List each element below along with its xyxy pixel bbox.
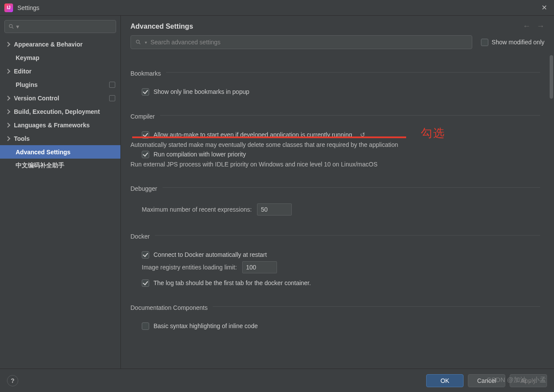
history-arrows: ← →	[523, 22, 544, 31]
section-docker: Docker	[130, 233, 150, 240]
option-label: Run compilation with lower priority	[154, 151, 246, 158]
field-label: Image registry entities loading limit:	[142, 264, 237, 271]
sidebar-item-tools[interactable]: Tools	[0, 132, 120, 145]
section-debugger: Debugger	[130, 185, 157, 192]
sidebar-item-label: Appearance & Behavior	[14, 41, 83, 48]
sidebar-item-label: Build, Execution, Deployment	[14, 108, 100, 115]
advanced-search[interactable]: ▾	[130, 35, 472, 49]
ok-button[interactable]: OK	[426, 374, 464, 387]
button-label: Apply	[521, 377, 536, 384]
window-title: Settings	[17, 4, 40, 11]
opt-show-only-line-bookmarks[interactable]: Show only line bookmarks in popup	[142, 88, 540, 96]
back-icon[interactable]: ←	[523, 22, 531, 31]
annotation-underline	[132, 136, 406, 138]
sidebar-item-plugins[interactable]: Plugins	[0, 78, 120, 91]
section-compiler: Compiler	[130, 113, 155, 120]
option-label: The log tab should be the first tab for …	[154, 279, 311, 286]
sidebar-item-languages[interactable]: Languages & Frameworks	[0, 118, 120, 132]
sidebar-item-label: Plugins	[16, 81, 38, 88]
cancel-button[interactable]: Cancel	[468, 374, 505, 387]
annotation-text: 勾选	[421, 126, 445, 141]
sidebar-item-label: 中文编码补全助手	[16, 162, 64, 169]
forward-icon[interactable]: →	[537, 22, 544, 31]
show-modified-only-label: Show modified only	[492, 39, 544, 46]
sidebar-search[interactable]: ▾	[4, 20, 116, 33]
field-value: 50	[261, 206, 268, 213]
opt-max-recent-expressions: Maximum number of recent expressions: 50	[142, 203, 540, 216]
svg-line-1	[12, 27, 13, 29]
help-button[interactable]: ?	[7, 375, 18, 386]
opt-docker-registry-limit: Image registry entities loading limit: 1…	[142, 261, 540, 273]
search-icon	[135, 39, 141, 45]
checkbox-icon[interactable]	[481, 39, 488, 46]
content-pane: Advanced Settings ← → ▾ Show modified on…	[121, 16, 554, 369]
scrollbar[interactable]	[550, 55, 553, 99]
footer: ? OK Cancel Apply	[0, 369, 554, 392]
opt-docker-log-first[interactable]: The log tab should be the first tab for …	[142, 279, 540, 287]
max-expressions-input[interactable]: 50	[257, 203, 292, 216]
project-tag-icon	[109, 95, 115, 101]
section-doc-components: Documentation Components	[130, 304, 207, 311]
sidebar: ▾ Appearance & Behavior Keymap Editor Pl…	[0, 16, 121, 369]
button-label: OK	[441, 377, 449, 384]
page-title: Advanced Settings	[130, 23, 193, 30]
sidebar-item-cjk-helper[interactable]: 中文编码补全助手	[0, 159, 120, 172]
svg-point-2	[136, 40, 139, 43]
svg-line-3	[139, 43, 140, 44]
sidebar-item-label: Tools	[14, 135, 30, 142]
title-bar: IJ Settings ✕	[0, 0, 554, 16]
sidebar-item-label: Advanced Settings	[16, 149, 70, 156]
option-label: Basic syntax highlighting of inline code	[154, 322, 258, 329]
field-label: Maximum number of recent expressions:	[142, 206, 252, 213]
advanced-search-input[interactable]	[150, 39, 467, 46]
app-icon: IJ	[4, 3, 13, 12]
opt-lower-priority[interactable]: Run compilation with lower priority	[142, 151, 540, 158]
checkbox-icon[interactable]	[142, 151, 149, 158]
option-label: Show only line bookmarks in popup	[154, 88, 249, 95]
section-bookmarks: Bookmarks	[130, 70, 161, 77]
checkbox-icon[interactable]	[142, 251, 149, 259]
sidebar-nav: Appearance & Behavior Keymap Editor Plug…	[0, 37, 120, 172]
svg-point-0	[9, 24, 12, 27]
opt-docker-connect-auto[interactable]: Connect to Docker automatically at resta…	[142, 251, 540, 259]
registry-limit-input[interactable]: 100	[242, 261, 277, 273]
field-value: 100	[246, 264, 256, 271]
sidebar-item-label: Editor	[14, 68, 31, 75]
sidebar-item-advanced-settings[interactable]: Advanced Settings	[0, 145, 120, 159]
show-modified-only[interactable]: Show modified only	[481, 39, 544, 46]
search-icon	[8, 23, 14, 30]
sidebar-item-version-control[interactable]: Version Control	[0, 91, 120, 105]
sidebar-item-build[interactable]: Build, Execution, Deployment	[0, 105, 120, 118]
project-tag-icon	[109, 82, 115, 88]
sidebar-item-editor[interactable]: Editor	[0, 64, 120, 78]
option-description: Run external JPS process with IDLE prior…	[130, 161, 540, 168]
checkbox-icon[interactable]	[142, 322, 149, 330]
sidebar-item-label: Keymap	[16, 54, 39, 61]
option-label: Connect to Docker automatically at resta…	[154, 251, 267, 258]
sidebar-item-label: Languages & Frameworks	[14, 122, 90, 129]
apply-button[interactable]: Apply	[510, 374, 547, 387]
checkbox-icon[interactable]	[142, 88, 149, 96]
sidebar-item-keymap[interactable]: Keymap	[0, 51, 120, 64]
button-label: Cancel	[477, 377, 496, 384]
checkbox-icon[interactable]	[142, 279, 149, 287]
opt-basic-syntax-highlight[interactable]: Basic syntax highlighting of inline code	[142, 322, 540, 330]
option-description: Automatically started make may eventuall…	[130, 141, 540, 148]
close-icon[interactable]: ✕	[539, 2, 550, 13]
sidebar-item-label: Version Control	[14, 95, 59, 102]
sidebar-item-appearance[interactable]: Appearance & Behavior	[0, 37, 120, 51]
